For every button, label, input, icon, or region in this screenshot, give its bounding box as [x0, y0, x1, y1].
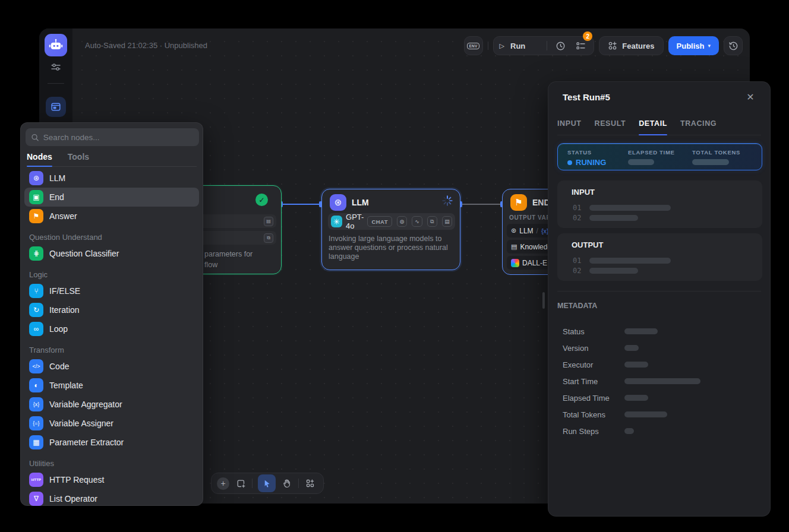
- run-panel-title: Test Run#5: [563, 92, 610, 102]
- tab-result[interactable]: RESULT: [595, 112, 626, 135]
- model-name: GPT-4o: [346, 213, 364, 230]
- add-note-button[interactable]: [235, 477, 247, 489]
- list-operator-icon: ∇: [29, 492, 43, 506]
- parameter-extractor-icon: ▦: [29, 435, 43, 449]
- robot-app-icon[interactable]: [45, 34, 67, 56]
- variable-name: DALL-E: [522, 259, 547, 267]
- tab-tools[interactable]: Tools: [68, 149, 89, 166]
- end-icon: ▣: [29, 190, 43, 204]
- metadata-row-label: Elapsed Time: [563, 394, 624, 403]
- total-tokens-label: TOTAL TOKENS: [692, 149, 740, 156]
- model-selector[interactable]: ✳ GPT-4o CHAT ◍ ∿ ⧉ ▤: [328, 213, 455, 230]
- running-spinner-icon: [442, 195, 453, 206]
- edge-start-to-llm: [283, 204, 321, 205]
- palette-node-item[interactable]: ▣ End: [24, 188, 199, 207]
- env-button[interactable]: ENV: [464, 36, 483, 55]
- knowledge-icon: ▤: [511, 243, 517, 251]
- palette-node-item[interactable]: {x} Variable Aggregator: [24, 395, 199, 414]
- palette-node-label: Iteration: [49, 305, 80, 315]
- chat-mode-badge: CHAT: [367, 216, 392, 227]
- palette-node-label: HTTP Request: [49, 475, 104, 484]
- llm-icon: ⊛: [29, 171, 43, 185]
- code-icon: </>: [29, 359, 43, 373]
- start-field-row[interactable]: ⧉: [197, 231, 276, 245]
- metadata-row: Run Steps: [563, 423, 761, 439]
- palette-node-item[interactable]: </> Code: [24, 357, 199, 376]
- run-button-group: ▷ Run 2: [493, 36, 595, 55]
- vision-icon: ◍: [397, 216, 407, 227]
- search-input[interactable]: [43, 133, 194, 142]
- publish-button[interactable]: Publish ▾: [668, 36, 719, 55]
- close-icon[interactable]: ✕: [744, 90, 757, 103]
- pointer-tool-button[interactable]: [258, 474, 276, 492]
- palette-node-item[interactable]: ∇ List Operator: [24, 489, 199, 508]
- metadata-row: Version: [563, 340, 761, 356]
- palette-node-label: Variable Assigner: [49, 419, 113, 428]
- elapsed-time-label: ELAPSED TIME: [628, 149, 675, 156]
- start-field-row[interactable]: ▤: [197, 214, 276, 228]
- start-node-description: parameters for flow: [204, 249, 253, 270]
- metadata-row-label: Start Time: [563, 377, 624, 386]
- input-label: INPUT: [572, 188, 595, 197]
- palette-node-label: End: [49, 192, 64, 202]
- palette-node-item[interactable]: ↻ Iteration: [24, 300, 199, 319]
- metadata-row-label: Executor: [563, 360, 624, 369]
- tab-input[interactable]: INPUT: [557, 112, 582, 135]
- palette-tabs: Nodes Tools: [27, 149, 197, 167]
- features-button[interactable]: Features: [599, 36, 663, 55]
- play-icon: ▷: [500, 42, 504, 50]
- settings-sliders-icon[interactable]: [49, 61, 62, 74]
- features-label: Features: [622, 42, 654, 50]
- video-icon: ⧉: [427, 216, 437, 227]
- palette-node-label: List Operator: [49, 494, 97, 504]
- palette-node-item[interactable]: ⑂ IF/ELSE: [24, 281, 199, 300]
- variable-name: LLM: [519, 227, 533, 235]
- palette-node-item[interactable]: ⚑ Answer: [24, 207, 199, 226]
- autosave-status: Auto-Saved 21:02:35 · Unpublished: [85, 41, 207, 50]
- metadata-divider: [557, 291, 761, 292]
- palette-node-label: Code: [49, 362, 69, 371]
- palette-node-item[interactable]: ⋕ Question Classifier: [24, 244, 199, 263]
- dalle-icon: [511, 259, 519, 267]
- palette-section-label: Logic: [24, 263, 199, 281]
- metadata-skeleton: [624, 411, 667, 417]
- palette-node-label: Loop: [49, 324, 68, 334]
- canvas-toolbar: +: [211, 473, 324, 494]
- palette-node-item[interactable]: ▦ Parameter Extractor: [24, 433, 199, 452]
- preview-window-button[interactable]: [46, 97, 66, 117]
- run-button[interactable]: Run: [510, 42, 525, 50]
- tab-nodes[interactable]: Nodes: [27, 149, 52, 166]
- llm-node-icon: ⊛: [330, 194, 346, 211]
- tab-detail[interactable]: DETAIL: [639, 112, 667, 135]
- output-skeleton: [589, 258, 671, 264]
- palette-node-item[interactable]: ∞ Loop: [24, 319, 199, 338]
- metadata-label: METADATA: [557, 302, 597, 310]
- run-history-button[interactable]: [553, 39, 567, 53]
- tab-tracing[interactable]: TRACING: [680, 112, 717, 135]
- edge-llm-to-end: [462, 204, 502, 205]
- palette-node-item[interactable]: ◐ Template: [24, 376, 199, 395]
- add-node-button[interactable]: +: [217, 477, 229, 490]
- palette-node-item[interactable]: ⊛ LLM: [24, 169, 199, 188]
- run-panel-tabs: INPUT RESULT DETAIL TRACING: [557, 112, 761, 135]
- palette-node-item[interactable]: HTTP HTTP Request: [24, 470, 199, 489]
- organize-nodes-button[interactable]: [304, 477, 316, 489]
- palette-section-label: Question Understand: [24, 226, 199, 244]
- node-search[interactable]: [26, 128, 199, 146]
- version-history-button[interactable]: [724, 36, 743, 55]
- if-else-icon: ⑂: [29, 284, 43, 298]
- panel-resize-handle[interactable]: [542, 292, 545, 309]
- hand-tool-button[interactable]: [281, 477, 293, 489]
- env-icon: ENV: [467, 43, 479, 49]
- metadata-row-label: Status: [563, 327, 624, 336]
- llm-node-title: LLM: [352, 198, 369, 207]
- palette-node-item[interactable]: {=} Variable Assigner: [24, 414, 199, 433]
- metadata-row: Elapsed Time: [563, 390, 761, 406]
- checklist-button[interactable]: 2: [573, 39, 588, 53]
- copy-icon: ⧉: [264, 233, 273, 243]
- llm-node[interactable]: ⊛ LLM ✳ GPT-4o CHAT ◍ ∿ ⧉ ▤ Invoking: [321, 189, 460, 270]
- metadata-rows: Status Version Executor Start Time Elaps…: [563, 323, 761, 439]
- success-check-icon: ✓: [255, 194, 268, 206]
- history-icon: [728, 41, 738, 51]
- metadata-row-label: Version: [563, 344, 624, 353]
